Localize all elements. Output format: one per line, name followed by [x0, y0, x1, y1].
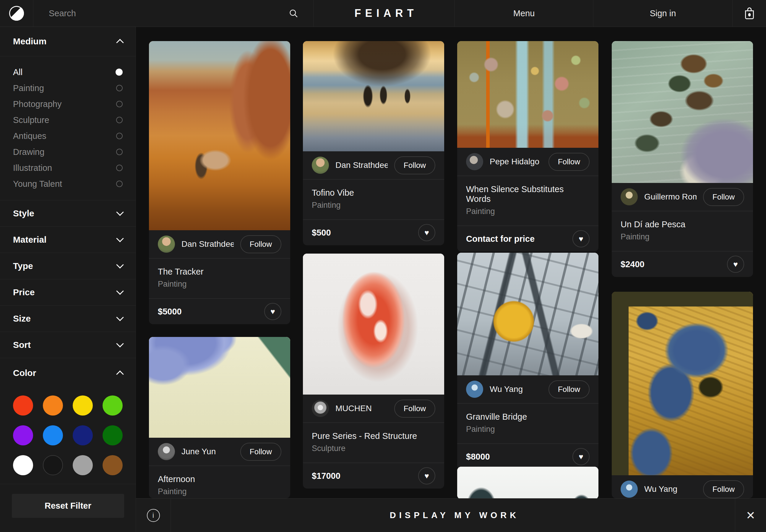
favorite-button[interactable]: ♥: [418, 467, 435, 484]
color-swatch-yellow[interactable]: [73, 395, 93, 416]
search-icon[interactable]: [288, 8, 298, 18]
medium-section-header[interactable]: Medium: [0, 27, 136, 56]
artist-avatar[interactable]: [466, 381, 483, 398]
color-swatch-white[interactable]: [13, 455, 33, 475]
artist-avatar[interactable]: [466, 153, 483, 170]
color-swatch-purple[interactable]: [13, 425, 33, 445]
blue-cloth-gold-field-painting[interactable]: [612, 292, 753, 475]
artwork-card[interactable]: Pepe Hidalgo Follow When Silence Substit…: [457, 41, 598, 252]
reset-filter-button[interactable]: Reset Filter: [12, 494, 124, 518]
medium-option[interactable]: Drawing: [0, 144, 136, 160]
artwork-card[interactable]: Wu Yang Follow: [612, 292, 753, 498]
color-swatch-gray[interactable]: [73, 455, 93, 475]
artist-name[interactable]: June Yun: [181, 447, 234, 456]
artwork-price: $17000: [312, 471, 340, 481]
artwork-title: When Silence Substitutes Words: [466, 184, 590, 204]
artwork-info: Pure Series - Red Structure Sculpture: [303, 422, 444, 463]
info-button[interactable]: i: [136, 499, 171, 532]
search-input[interactable]: [48, 8, 283, 19]
color-section-header[interactable]: Color: [0, 358, 136, 388]
shopping-bag-icon: [744, 7, 755, 20]
follow-button[interactable]: Follow: [548, 153, 590, 171]
artwork-card[interactable]: Wu Yang Follow Granville Bridge Painting…: [457, 253, 598, 469]
follow-button[interactable]: Follow: [240, 235, 281, 253]
follow-button[interactable]: Follow: [394, 156, 435, 174]
favorite-button[interactable]: ♥: [264, 303, 281, 320]
artwork-price: $500: [312, 228, 331, 238]
color-section-title: Color: [13, 368, 36, 378]
color-swatch-red[interactable]: [13, 395, 33, 416]
close-button[interactable]: ✕: [735, 499, 766, 532]
heart-icon: ♥: [579, 235, 583, 243]
follow-button[interactable]: Follow: [703, 480, 744, 498]
color-swatch-light-green[interactable]: [103, 395, 123, 416]
artist-avatar[interactable]: [158, 443, 175, 460]
medium-option[interactable]: Sculpture: [0, 112, 136, 128]
sign-in-button[interactable]: Sign in: [593, 0, 733, 27]
hydrangea-branches-painting[interactable]: [149, 337, 290, 438]
color-swatch-dark-green[interactable]: [103, 425, 123, 445]
follow-button[interactable]: Follow: [240, 443, 281, 461]
medium-option[interactable]: Young Talent: [0, 176, 136, 192]
color-swatch-blue[interactable]: [43, 425, 63, 445]
red-crumpled-fabric-sculpture[interactable]: [303, 254, 444, 395]
follow-button[interactable]: Follow: [394, 400, 435, 418]
filter-section-header[interactable]: Material: [0, 227, 136, 253]
color-swatch-black[interactable]: [43, 455, 63, 475]
artist-avatar[interactable]: [312, 157, 329, 174]
medium-option[interactable]: Antiques: [0, 128, 136, 144]
artist-avatar[interactable]: [621, 188, 638, 205]
medium-option[interactable]: All: [0, 64, 136, 80]
menu-button[interactable]: Menu: [455, 0, 593, 27]
cart-button[interactable]: [733, 0, 766, 27]
close-icon: ✕: [746, 509, 755, 522]
favorite-button[interactable]: ♥: [418, 224, 435, 241]
favorite-button[interactable]: ♥: [572, 448, 590, 465]
medium-option-label: Antiques: [13, 131, 46, 141]
artist-name[interactable]: Dan Strathdee: [181, 239, 234, 249]
follow-button[interactable]: Follow: [548, 380, 590, 398]
filter-section-header[interactable]: Sort: [0, 332, 136, 358]
artist-avatar[interactable]: [158, 236, 175, 253]
dark-heels-still-life[interactable]: [457, 467, 598, 499]
artwork-title: Un Dí ade Pesca: [621, 220, 744, 229]
artist-avatar[interactable]: [621, 481, 638, 498]
filter-section-header[interactable]: Type: [0, 253, 136, 279]
filter-section-header[interactable]: Style: [0, 200, 136, 227]
sunset-beach-surfers-painting[interactable]: [303, 41, 444, 151]
bridge-yellow-sphere-painting[interactable]: [457, 253, 598, 375]
filter-section-header[interactable]: Size: [0, 306, 136, 332]
color-swatch-navy[interactable]: [73, 425, 93, 445]
artist-name[interactable]: MUCHEN: [335, 404, 388, 413]
favorite-button[interactable]: ♥: [572, 230, 590, 247]
color-swatch-brown[interactable]: [103, 455, 123, 475]
artwork-card[interactable]: MUCHEN Follow Pure Series - Red Structur…: [303, 254, 444, 489]
medium-option[interactable]: Illustration: [0, 160, 136, 176]
artist-name[interactable]: Dan Strathdee: [335, 160, 388, 170]
filter-section-header[interactable]: Price: [0, 279, 136, 306]
filter-section-title: Material: [13, 235, 46, 245]
favorite-button[interactable]: ♥: [727, 256, 744, 273]
medium-option[interactable]: Painting: [0, 80, 136, 96]
surreal-bubbles-painting[interactable]: [457, 41, 598, 148]
artist-name[interactable]: Wu Yang: [490, 385, 542, 394]
medium-option[interactable]: Photography: [0, 96, 136, 112]
artist-name[interactable]: Guillermo Romero ...: [644, 192, 697, 202]
brand-logo-icon: [9, 6, 24, 21]
artist-name[interactable]: Pepe Hidalgo: [490, 157, 542, 166]
desert-rider-painting[interactable]: [149, 41, 290, 230]
artwork-card[interactable]: June Yun Follow Afternoon Painting: [149, 337, 290, 498]
artwork-card[interactable]: Dan Strathdee Follow The Tracker Paintin…: [149, 41, 290, 324]
artist-name[interactable]: Wu Yang: [644, 484, 697, 494]
artist-avatar[interactable]: [312, 400, 329, 417]
color-swatch-orange[interactable]: [43, 395, 63, 416]
artist-row: June Yun Follow: [149, 438, 290, 465]
artwork-card[interactable]: [457, 467, 598, 499]
artwork-card[interactable]: Guillermo Romero ... Follow Un Dí ade Pe…: [612, 41, 753, 277]
top-bar: FEIART Menu Sign in: [0, 0, 766, 27]
logo-button[interactable]: [0, 0, 33, 27]
artwork-grid: Dan Strathdee Follow The Tracker Paintin…: [136, 27, 766, 532]
follow-button[interactable]: Follow: [703, 188, 744, 206]
artwork-card[interactable]: Dan Strathdee Follow Tofino Vibe Paintin…: [303, 41, 444, 245]
abstract-watercolor-collage[interactable]: [612, 41, 753, 183]
